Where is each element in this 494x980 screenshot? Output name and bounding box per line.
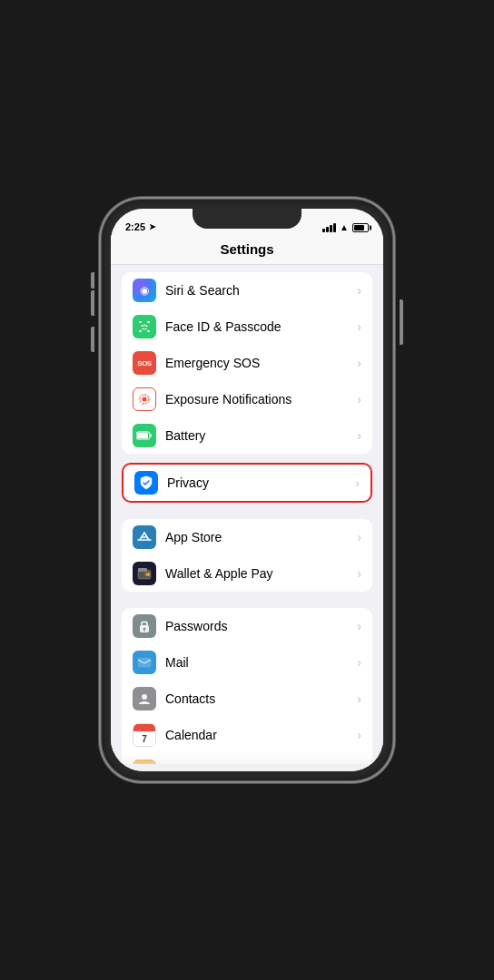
faceid-chevron: ›	[357, 319, 361, 334]
settings-screen: Settings ◉ Siri & Search ›	[111, 236, 383, 771]
signal-strength	[322, 223, 336, 232]
settings-item-calendar[interactable]: 7 Calendar ›	[122, 717, 372, 753]
passwords-label: Passwords	[165, 619, 353, 633]
battery-label: Battery	[165, 428, 353, 443]
settings-item-mail[interactable]: Mail ›	[122, 644, 372, 681]
volume-down-button[interactable]	[91, 327, 94, 352]
svg-point-16	[145, 573, 149, 576]
battery-chevron: ›	[357, 428, 361, 443]
settings-item-contacts[interactable]: Contacts ›	[122, 681, 372, 717]
sos-label: Emergency SOS	[165, 356, 353, 370]
settings-item-siri[interactable]: ◉ Siri & Search ›	[122, 272, 372, 309]
contacts-icon	[133, 687, 156, 710]
group-security: ◉ Siri & Search ›	[122, 272, 372, 454]
svg-point-4	[142, 325, 143, 327]
sos-chevron: ›	[357, 356, 361, 370]
exposure-chevron: ›	[357, 392, 361, 407]
privacy-chevron: ›	[355, 475, 360, 490]
svg-rect-0	[139, 321, 142, 323]
battery-indicator	[352, 223, 369, 232]
calendar-icon: 7	[133, 723, 156, 747]
svg-rect-2	[139, 330, 142, 332]
svg-rect-14	[138, 568, 147, 572]
svg-rect-11	[137, 433, 148, 438]
settings-item-battery[interactable]: Battery ›	[122, 417, 372, 454]
svg-rect-1	[147, 321, 150, 323]
settings-item-passwords[interactable]: Passwords ›	[122, 608, 372, 644]
settings-item-appstore[interactable]: App Store ›	[122, 519, 372, 555]
mail-chevron: ›	[357, 655, 361, 670]
battery-settings-icon	[133, 424, 156, 447]
appstore-icon	[133, 525, 156, 549]
privacy-icon	[134, 471, 158, 495]
wallet-label: Wallet & Apple Pay	[165, 566, 353, 581]
siri-label: Siri & Search	[165, 283, 353, 298]
svg-rect-20	[138, 658, 151, 667]
siri-icon: ◉	[133, 279, 156, 302]
settings-item-wallet[interactable]: Wallet & Apple Pay ›	[122, 555, 372, 592]
section-apps: App Store ›	[111, 512, 383, 592]
calendar-chevron: ›	[357, 728, 361, 742]
passwords-icon	[133, 614, 156, 638]
svg-text:7: 7	[142, 734, 147, 744]
power-button[interactable]	[400, 299, 403, 345]
appstore-label: App Store	[165, 530, 353, 544]
svg-rect-22	[133, 724, 155, 731]
phone-screen: 2:25 ➤ ▲ Settings	[111, 209, 383, 771]
wallet-icon	[133, 562, 156, 585]
contacts-label: Contacts	[165, 691, 353, 706]
faceid-label: Face ID & Passcode	[165, 319, 353, 334]
volume-up-button[interactable]	[91, 290, 94, 316]
svg-rect-3	[147, 330, 150, 332]
siri-chevron: ›	[357, 283, 361, 298]
privacy-highlighted-item[interactable]: Privacy ›	[122, 463, 372, 503]
svg-rect-12	[150, 435, 152, 437]
sos-icon: SOS	[133, 351, 156, 375]
svg-point-21	[142, 694, 147, 700]
appstore-chevron: ›	[357, 530, 361, 544]
wallet-chevron: ›	[357, 566, 361, 581]
settings-item-sos[interactable]: SOS Emergency SOS ›	[122, 345, 372, 381]
calendar-label: Calendar	[165, 728, 353, 742]
phone-frame: 2:25 ➤ ▲ Settings	[102, 200, 392, 780]
passwords-chevron: ›	[357, 619, 361, 633]
contacts-chevron: ›	[357, 691, 361, 706]
settings-item-exposure[interactable]: Exposure Notifications ›	[122, 381, 372, 417]
svg-point-18	[143, 628, 146, 631]
privacy-label: Privacy	[167, 475, 351, 490]
faceid-icon	[133, 315, 156, 338]
svg-point-5	[146, 325, 148, 327]
svg-point-7	[143, 397, 147, 402]
mail-label: Mail	[165, 655, 353, 670]
mail-icon	[133, 651, 156, 674]
settings-item-faceid[interactable]: Face ID & Passcode ›	[122, 309, 372, 345]
wifi-icon: ▲	[340, 222, 349, 232]
section-productivity: Passwords › Mail ›	[111, 601, 383, 764]
exposure-icon	[133, 387, 156, 411]
settings-item-privacy[interactable]: Privacy ›	[124, 465, 370, 501]
group-apps: App Store ›	[122, 519, 372, 592]
section-security: ◉ Siri & Search ›	[111, 265, 383, 454]
settings-item-notes[interactable]: Notes ›	[122, 753, 372, 764]
settings-list[interactable]: ◉ Siri & Search ›	[111, 265, 383, 764]
notch	[193, 209, 301, 229]
group-productivity: Passwords › Mail ›	[122, 608, 372, 764]
exposure-label: Exposure Notifications	[165, 392, 353, 407]
location-icon: ➤	[149, 222, 156, 231]
time-display: 2:25	[125, 221, 145, 232]
notes-icon	[133, 760, 156, 764]
mute-button[interactable]	[91, 272, 94, 289]
page-title: Settings	[111, 236, 383, 265]
